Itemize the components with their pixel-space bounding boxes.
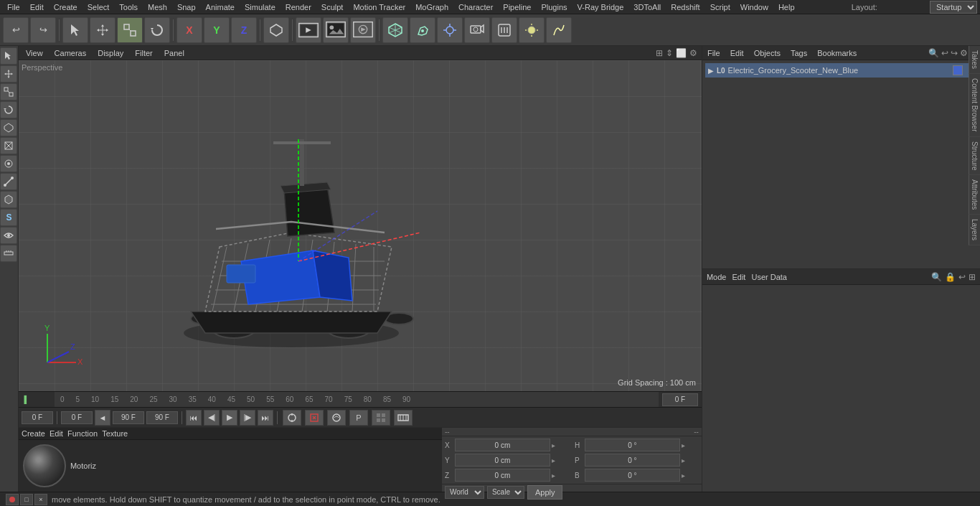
mat-menu-texture[interactable]: Texture [102, 429, 128, 438]
mat-menu-create[interactable]: Create [22, 429, 45, 438]
menu-window[interactable]: Window [736, 0, 773, 14]
move-tool-button[interactable] [90, 17, 116, 43]
object-mode-button[interactable] [263, 17, 289, 43]
menu-mograph[interactable]: MoGraph [411, 0, 453, 14]
undo-button[interactable]: ↩ [3, 17, 29, 43]
attr-lock-icon[interactable]: 🔒 [945, 272, 956, 282]
object-row[interactable]: ▶ L0 Electric_Grocery_Scooter_New_Blue ⋮ [705, 63, 977, 78]
status-record-button[interactable] [6, 494, 19, 505]
motion-path-button[interactable] [327, 410, 346, 426]
tab-layers[interactable]: Layers [969, 215, 980, 245]
preview-button[interactable]: P [349, 410, 368, 426]
vp-menu-panel[interactable]: Panel [161, 49, 187, 57]
menu-animate[interactable]: Animate [202, 0, 239, 14]
om-menu-objects[interactable]: Objects [752, 49, 783, 57]
apply-button[interactable]: Apply [527, 485, 563, 500]
tab-takes[interactable]: Takes [969, 46, 980, 74]
viewport-3d[interactable]: Perspective [19, 60, 702, 391]
left-s-button[interactable]: S [0, 209, 17, 226]
attr-back-icon[interactable]: ↩ [958, 272, 966, 282]
om-back-icon[interactable]: ↩ [941, 48, 948, 58]
left-poly-button[interactable] [0, 119, 17, 136]
vp-maximize-icon[interactable]: ⬜ [676, 48, 687, 58]
coord-p-input[interactable] [585, 454, 680, 467]
menu-vray[interactable]: V-Ray Bridge [573, 0, 628, 14]
menu-select[interactable]: Select [83, 0, 114, 14]
menu-pipeline[interactable]: Pipeline [499, 0, 535, 14]
redo-button[interactable]: ↪ [30, 17, 56, 43]
camera-button[interactable] [464, 17, 490, 43]
coord-y-pos-input[interactable] [455, 454, 550, 467]
attr-expand-icon[interactable]: ⊞ [969, 272, 976, 282]
world-select[interactable]: World Object [445, 486, 484, 499]
mat-menu-function[interactable]: Function [67, 429, 98, 438]
scale-tool-button[interactable] [117, 17, 143, 43]
menu-character[interactable]: Character [454, 0, 497, 14]
left-rotate-button[interactable] [0, 101, 17, 118]
go-end-button[interactable]: ⏭ [258, 410, 273, 426]
left-scale-button[interactable] [0, 83, 17, 100]
left-edge2-button[interactable] [0, 173, 17, 190]
om-forward-icon[interactable]: ↪ [951, 48, 958, 58]
tab-content-browser[interactable]: Content Browser [969, 74, 980, 136]
attr-menu-mode[interactable]: Mode [707, 273, 727, 281]
object-color-button[interactable] [953, 65, 963, 75]
cube-button[interactable] [382, 17, 408, 43]
x-axis-button[interactable]: X [176, 17, 202, 43]
start-frame-input[interactable] [61, 411, 93, 424]
left-polygon-button[interactable] [0, 191, 17, 208]
vp-arrows-icon[interactable]: ⇕ [666, 48, 673, 58]
tab-structure[interactable]: Structure [969, 137, 980, 176]
menu-create[interactable]: Create [50, 0, 82, 14]
menu-3dtoall[interactable]: 3DToAll [629, 0, 665, 14]
y-axis-button[interactable]: Y [204, 17, 230, 43]
menu-edit[interactable]: Edit [26, 0, 48, 14]
coord-z-pos-input[interactable] [455, 469, 550, 482]
vp-expand-icon[interactable]: ⊞ [656, 48, 663, 58]
menu-simulate[interactable]: Simulate [240, 0, 280, 14]
render-interactive-button[interactable] [350, 17, 376, 43]
autokey-button[interactable] [305, 410, 324, 426]
select-tool-button[interactable] [62, 17, 88, 43]
om-search-icon[interactable]: 🔍 [928, 48, 939, 58]
material-thumbnail[interactable] [23, 444, 66, 487]
om-menu-file[interactable]: File [705, 49, 722, 57]
attr-search-icon[interactable]: 🔍 [931, 272, 942, 282]
z-axis-button[interactable]: Z [231, 17, 257, 43]
coord-b-input[interactable] [585, 469, 680, 482]
scale-select[interactable]: Scale [487, 486, 524, 499]
menu-file[interactable]: File [3, 0, 24, 14]
left-snap-button[interactable] [0, 227, 17, 244]
om-menu-edit[interactable]: Edit [728, 49, 746, 57]
menu-render[interactable]: Render [281, 0, 316, 14]
preview-end-input[interactable] [146, 411, 178, 424]
om-menu-tags[interactable]: Tags [788, 49, 809, 57]
vp-menu-display[interactable]: Display [95, 49, 126, 57]
left-edge-button[interactable] [0, 137, 17, 154]
current-frame-input[interactable] [22, 411, 53, 424]
play-button[interactable]: ▶ [222, 410, 237, 426]
vp-options-icon[interactable]: ⚙ [689, 48, 697, 58]
step-back-button[interactable]: ◀| [204, 410, 220, 426]
menu-mesh[interactable]: Mesh [143, 0, 171, 14]
vp-menu-filter[interactable]: Filter [132, 49, 155, 57]
vp-menu-view[interactable]: View [23, 49, 46, 57]
preview-start-input[interactable] [113, 411, 144, 424]
menu-motion-tracker[interactable]: Motion Tracker [349, 0, 410, 14]
menu-help[interactable]: Help [774, 0, 799, 14]
tab-attributes[interactable]: Attributes [969, 175, 980, 215]
menu-plugins[interactable]: Plugins [537, 0, 571, 14]
om-settings-icon[interactable]: ⚙ [960, 48, 968, 58]
status-close-button[interactable]: × [34, 494, 47, 505]
om-menu-bookmarks[interactable]: Bookmarks [815, 49, 859, 57]
pb-arrow-left[interactable]: ◄ [95, 410, 110, 426]
timeline-ruler[interactable]: 0 5 10 15 20 25 30 35 40 45 50 55 60 65 … [55, 392, 659, 408]
coord-x-pos-input[interactable] [455, 439, 550, 451]
left-select-button[interactable] [0, 47, 17, 65]
menu-sculpt[interactable]: Sculpt [317, 0, 348, 14]
sketch-button[interactable] [546, 17, 572, 43]
render-region-button[interactable] [296, 17, 321, 43]
grid-button[interactable] [372, 410, 390, 426]
joint-tool-button[interactable] [437, 17, 463, 43]
left-move-button[interactable] [0, 65, 17, 83]
